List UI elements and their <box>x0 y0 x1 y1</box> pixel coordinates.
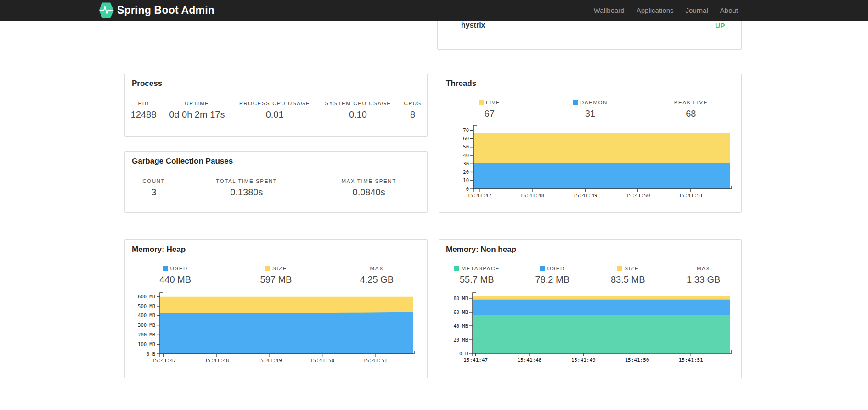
legend-value: 67 <box>439 108 540 119</box>
legend-text: METASPACE <box>461 266 500 271</box>
gc-metrics: COUNT 3 TOTAL TIME SPENT 0.1380s MAX TIM… <box>125 178 427 198</box>
metric-gc-total-time: TOTAL TIME SPENT 0.1380s <box>182 178 310 198</box>
used-swatch-icon <box>163 266 168 271</box>
application-status-badge: UP <box>715 22 725 29</box>
metric-label: SYSTEM CPU USAGE <box>322 101 394 106</box>
legend-metaspace: METASPACE 55.7 MB <box>439 266 515 285</box>
svg-text:40: 40 <box>463 153 469 158</box>
metric-cpus: CPUS 8 <box>398 101 427 120</box>
legend-label: MAX <box>327 266 427 271</box>
nonheap-legend: METASPACE 55.7 MB USED 78.2 MB SIZE 83.5… <box>439 266 741 285</box>
svg-text:50: 50 <box>463 144 469 149</box>
threads-card-title: Threads <box>446 79 476 88</box>
legend-value: 597 MB <box>225 274 326 285</box>
metric-label: UPTIME <box>167 101 227 106</box>
legend-max: MAX 4.25 GB <box>327 266 427 285</box>
process-card: Process PID 12488 UPTIME 0d 0h 2m 17s PR… <box>124 74 428 137</box>
memory-nonheap-card-title: Memory: Non heap <box>446 245 516 254</box>
svg-text:200 MB: 200 MB <box>138 332 155 337</box>
metric-system-cpu: SYSTEM CPU USAGE 0.10 <box>318 101 399 120</box>
page: hystrix UP Spring Boot Admin Wallboard A… <box>0 0 868 410</box>
threads-chart: 01020304050607015:41:4715:41:4815:41:491… <box>460 124 735 203</box>
legend-text: MAX <box>697 266 710 271</box>
svg-text:15:41:49: 15:41:49 <box>573 193 597 199</box>
metric-value: 0.0840s <box>315 187 423 198</box>
size-swatch-icon <box>617 266 622 271</box>
legend-text: USED <box>547 266 565 271</box>
memory-nonheap-card: Memory: Non heap METASPACE 55.7 MB USED … <box>439 239 742 378</box>
legend-peak-live: PEAK LIVE 68 <box>641 100 741 119</box>
legend-label: USED <box>125 266 225 271</box>
svg-text:80 MB: 80 MB <box>453 296 468 301</box>
legend-value: 31 <box>540 108 640 119</box>
metric-value: 0.1380s <box>187 187 306 198</box>
brand-link[interactable]: Spring Boot Admin <box>99 0 214 21</box>
nav-item-wallboard[interactable]: Wallboard <box>588 6 631 14</box>
svg-text:500 MB: 500 MB <box>138 303 155 309</box>
legend-label: LIVE <box>439 100 540 105</box>
process-card-title: Process <box>132 79 162 88</box>
svg-text:15:41:50: 15:41:50 <box>310 358 334 364</box>
legend-used: USED 440 MB <box>125 266 225 285</box>
svg-text:15:41:50: 15:41:50 <box>625 357 649 363</box>
application-name: hystrix <box>461 21 485 29</box>
brand-title: Spring Boot Admin <box>117 4 214 17</box>
metric-gc-max-time: MAX TIME SPENT 0.0840s <box>310 178 427 198</box>
svg-text:60 MB: 60 MB <box>453 309 468 315</box>
metric-label: COUNT <box>130 178 178 184</box>
size-swatch-icon <box>265 266 270 271</box>
memory-nonheap-chart: 0 B20 MB40 MB60 MB80 MB15:41:4715:41:481… <box>450 291 735 367</box>
legend-label: SIZE <box>225 266 326 271</box>
svg-text:15:41:47: 15:41:47 <box>152 358 176 364</box>
svg-text:0 B: 0 B <box>147 351 155 357</box>
legend-value: 440 MB <box>125 274 225 285</box>
legend-label: MAX <box>666 266 742 271</box>
process-card-header: Process <box>125 74 427 93</box>
legend-size: SIZE 83.5 MB <box>590 266 666 285</box>
svg-text:15:41:47: 15:41:47 <box>467 193 491 199</box>
threads-legend: LIVE 67 DAEMON 31 PEAK LIVE 68 <box>439 100 741 119</box>
svg-text:15:41:51: 15:41:51 <box>679 357 703 363</box>
svg-text:300 MB: 300 MB <box>138 322 155 328</box>
svg-text:100 MB: 100 MB <box>138 342 155 347</box>
threads-card: Threads LIVE 67 DAEMON 31 PEAK LIVE 68 0… <box>439 74 742 213</box>
svg-text:20 MB: 20 MB <box>453 337 468 342</box>
legend-daemon: DAEMON 31 <box>540 100 640 119</box>
metric-label: PID <box>130 101 158 106</box>
svg-text:15:41:47: 15:41:47 <box>463 357 488 363</box>
memory-heap-card-title: Memory: Heap <box>132 245 186 254</box>
navbar: Spring Boot Admin Wallboard Applications… <box>0 0 868 21</box>
navbar-links: Wallboard Applications Journal About <box>588 0 744 21</box>
legend-max: MAX 1.33 GB <box>666 266 742 285</box>
legend-text: SIZE <box>272 266 287 271</box>
legend-label: USED <box>515 266 591 271</box>
legend-text: USED <box>170 266 187 271</box>
metaspace-swatch-icon <box>454 266 459 271</box>
legend-label: DAEMON <box>540 100 640 105</box>
legend-value: 78.2 MB <box>515 274 591 285</box>
svg-text:15:41:51: 15:41:51 <box>678 193 703 199</box>
svg-text:0: 0 <box>466 186 469 192</box>
svg-text:15:41:50: 15:41:50 <box>626 193 650 199</box>
applications-card: hystrix UP <box>437 21 742 50</box>
legend-label: METASPACE <box>439 266 515 271</box>
nav-item-about[interactable]: About <box>714 6 744 14</box>
legend-used: USED 78.2 MB <box>515 266 591 285</box>
metric-label: MAX TIME SPENT <box>315 178 423 184</box>
svg-text:30: 30 <box>463 161 469 166</box>
metric-gc-count: COUNT 3 <box>125 178 182 198</box>
nav-item-applications[interactable]: Applications <box>631 6 680 14</box>
svg-text:40 MB: 40 MB <box>453 323 468 329</box>
applications-card-clip: hystrix UP <box>437 21 742 50</box>
nav-item-journal[interactable]: Journal <box>680 6 714 14</box>
legend-label: SIZE <box>590 266 666 271</box>
application-row-hystrix[interactable]: hystrix UP <box>456 21 731 34</box>
memory-heap-chart: 0 B100 MB200 MB300 MB400 MB500 MB600 MB1… <box>131 291 417 368</box>
metric-value: 12488 <box>130 109 158 120</box>
svg-text:15:41:49: 15:41:49 <box>258 358 282 364</box>
metric-value: 0.10 <box>322 109 394 120</box>
svg-text:70: 70 <box>463 127 469 133</box>
live-swatch-icon <box>479 100 484 105</box>
svg-text:10: 10 <box>463 177 469 183</box>
legend-text: SIZE <box>624 266 639 271</box>
